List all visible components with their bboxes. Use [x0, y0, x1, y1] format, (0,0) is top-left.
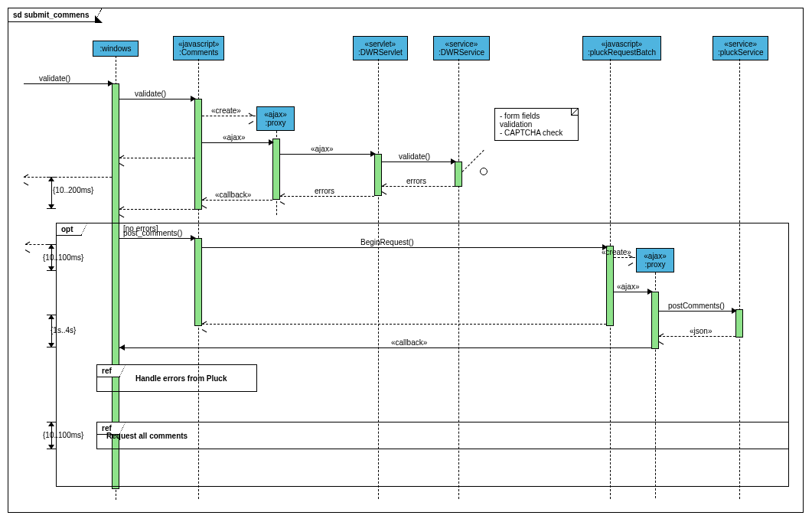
lifeline-label: :proxy: [265, 119, 285, 127]
msg-label: errors: [315, 187, 334, 195]
duration-label: {10..100ms}: [43, 253, 83, 262]
lifeline-proxy1: «ajax» :proxy: [256, 106, 295, 131]
arrowhead-icon: [269, 139, 274, 145]
ref-fragment: ref Handle errors from Pluck: [96, 364, 257, 392]
msg-label: post_comments(): [123, 229, 182, 237]
arrowhead-icon: [191, 235, 196, 241]
activation: [272, 139, 280, 200]
arrowhead-icon: [451, 158, 456, 165]
arrowhead-icon: [108, 80, 113, 86]
msg-arrow: [614, 292, 651, 292]
operator-label: ref: [102, 367, 112, 375]
note-anchor-circle: [480, 168, 488, 175]
note-line: validation: [500, 120, 573, 129]
msg-label: «ajax»: [311, 145, 333, 153]
msg-label: postComments(): [668, 302, 725, 310]
lifeline-dwrservice: «service» :DWRService: [433, 36, 490, 60]
stereotype: «ajax»: [264, 110, 286, 119]
msg-arrow: [659, 336, 735, 337]
lifeline-label: :windows: [99, 44, 131, 53]
msg-label: BeginRequest(): [360, 238, 413, 246]
note-line: - form fields: [500, 112, 573, 120]
duration-label: {10..100ms}: [43, 431, 83, 439]
ref-fragment: ref Request all comments: [96, 422, 789, 449]
msg-arrow: [382, 161, 455, 162]
lifeline-pluckservice: «service» :pluckService: [713, 36, 768, 60]
arrowhead-icon: [119, 344, 125, 351]
lifeline-label: :DWRService: [439, 48, 484, 57]
fragment-operator: opt: [56, 223, 82, 236]
msg-label: «create»: [211, 106, 241, 115]
arrowhead-icon: [370, 151, 376, 157]
operator-label: opt: [61, 225, 73, 233]
lifeline-pluckbatch: «javascript» :pluckRequestBatch: [582, 36, 661, 60]
msg-arrow: [382, 186, 455, 187]
msg-label: «ajax»: [617, 282, 639, 291]
stereotype: «javascript»: [602, 40, 642, 48]
note: - form fields validation - CAPTCHA check: [494, 108, 579, 141]
msg-label: «callback»: [391, 338, 427, 347]
stereotype: «service»: [445, 40, 478, 48]
msg-arrow: [280, 154, 374, 155]
lifeline-windows: :windows: [93, 41, 139, 57]
frame-title: sd submit_commens: [13, 11, 89, 19]
lifeline-label: :pluckRequestBatch: [588, 48, 656, 57]
msg-label: validate(): [399, 152, 430, 161]
msg-arrow: [202, 247, 606, 248]
arrowhead-icon: [732, 308, 737, 314]
stereotype: «servlet»: [365, 40, 396, 48]
msg-label: «callback»: [215, 191, 251, 199]
activation: [455, 161, 462, 187]
msg-label: «ajax»: [223, 133, 245, 142]
lifeline-dwrservlet: «servlet» :DWRServlet: [353, 36, 408, 60]
activation: [194, 99, 202, 210]
msg-arrow: [24, 83, 112, 84]
msg-arrow: [119, 158, 194, 158]
msg-label: validate(): [39, 74, 70, 83]
frame-title-tab: sd submit_commens: [8, 8, 95, 22]
arrowhead-icon: [647, 289, 653, 295]
stereotype: «service»: [724, 40, 757, 48]
duration-label: {10..200ms}: [53, 186, 93, 194]
msg-arrow: [119, 209, 194, 210]
ref-title: Handle errors from Pluck: [135, 374, 227, 383]
lifeline-comments: «javascript» :Comments: [173, 36, 224, 60]
sequence-diagram-frame: sd submit_commens :windows «javascript» …: [8, 8, 804, 513]
msg-arrow: [202, 116, 256, 116]
stereotype: «javascript»: [178, 40, 219, 48]
lifeline-label: :Comments: [179, 48, 218, 57]
msg-arrow: [659, 311, 735, 312]
msg-arrow: [280, 196, 374, 197]
lifeline-label: :pluckService: [718, 48, 763, 57]
msg-arrow: [202, 324, 606, 325]
note-line: - CAPTCHA check: [500, 129, 573, 137]
msg-label: validate(): [135, 90, 166, 98]
duration-label: {1s..4s}: [51, 326, 76, 334]
msg-arrow: [119, 347, 651, 348]
ref-title: Request all comments: [106, 432, 188, 440]
fragment-operator: ref: [96, 364, 120, 377]
arrowhead-icon: [191, 96, 196, 102]
msg-arrow: [119, 99, 194, 100]
activation: [374, 154, 382, 196]
lifeline-label: :DWRServlet: [358, 48, 403, 57]
msg-label: errors: [406, 177, 426, 185]
msg-arrow: [202, 200, 272, 201]
msg-label: «create»: [602, 248, 631, 256]
msg-arrow: [24, 177, 112, 178]
msg-arrow: [202, 142, 272, 143]
msg-arrow: [119, 238, 194, 239]
msg-label: «json»: [690, 327, 712, 335]
